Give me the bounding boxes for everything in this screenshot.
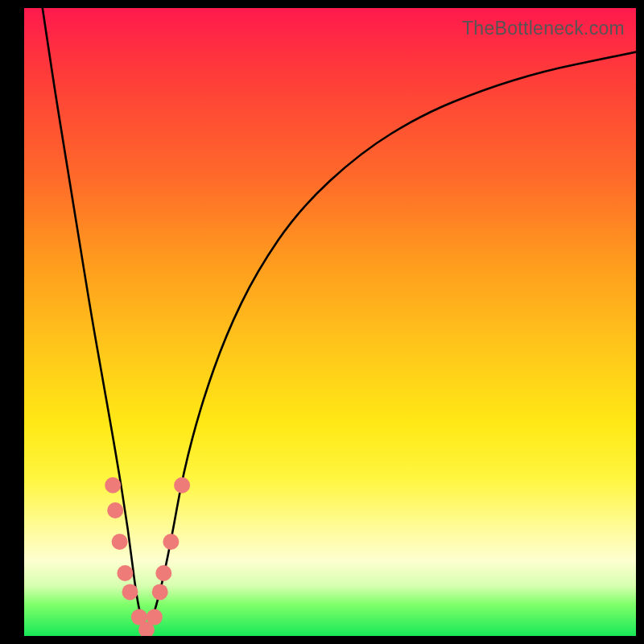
curve-marker — [117, 565, 133, 581]
curve-marker — [163, 534, 179, 550]
curve-marker — [174, 477, 190, 493]
curve-marker — [147, 609, 163, 625]
curve-marker — [122, 584, 138, 600]
curve-marker — [152, 584, 168, 600]
plot-area: TheBottleneck.com — [24, 8, 636, 636]
chart-frame: TheBottleneck.com — [0, 0, 644, 644]
bottleneck-curve-path — [43, 8, 636, 627]
watermark-text: TheBottleneck.com — [462, 18, 625, 39]
curve-marker — [107, 502, 123, 518]
curve-marker — [155, 565, 171, 581]
curve-path-group — [43, 8, 636, 627]
bottleneck-curve-svg — [24, 8, 636, 636]
curve-marker — [112, 534, 128, 550]
curve-marker — [105, 477, 121, 493]
